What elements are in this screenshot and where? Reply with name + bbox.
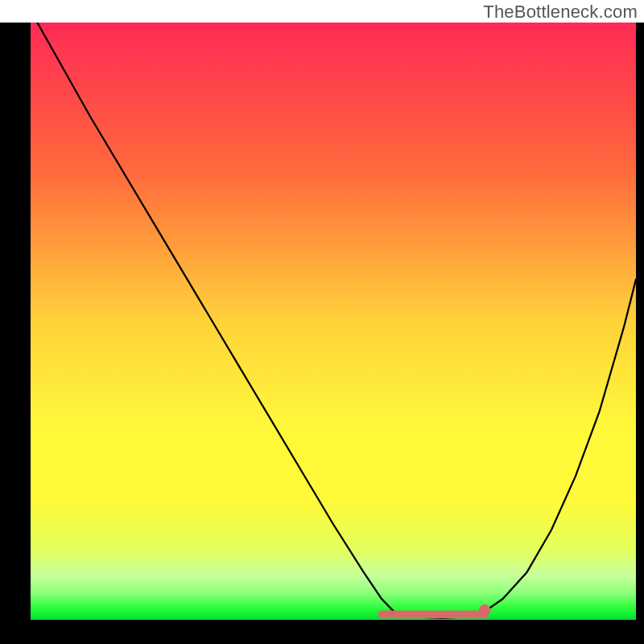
optimal-end-marker [478, 605, 490, 617]
plot-svg [31, 23, 636, 620]
watermark-label: TheBottleneck.com [483, 2, 638, 23]
plot-area [31, 23, 636, 620]
chart-frame: TheBottleneck.com [0, 0, 644, 644]
gradient-background [31, 23, 636, 620]
plot-outer-border [0, 23, 644, 644]
